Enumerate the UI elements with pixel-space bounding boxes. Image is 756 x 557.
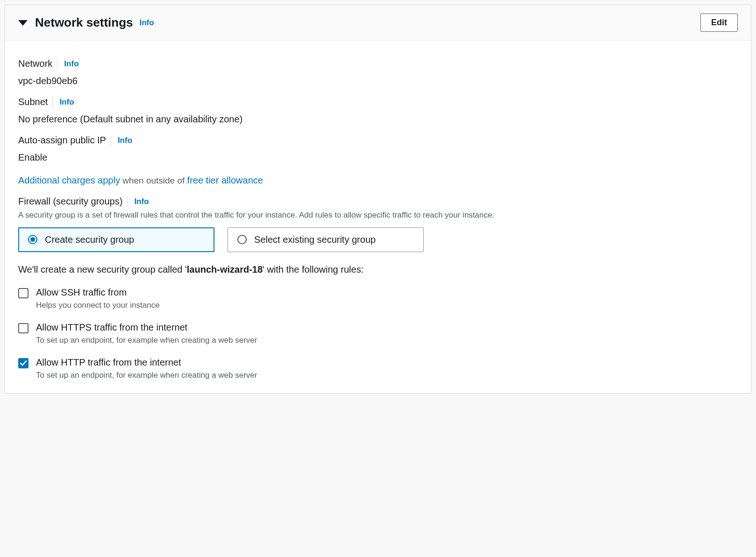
firewall-info-link[interactable]: Info (134, 197, 149, 206)
network-label: Network (18, 58, 52, 69)
free-tier-link[interactable]: free tier allowance (187, 175, 263, 185)
panel-title: Network settings (35, 15, 133, 30)
firewall-label: Firewall (security groups) (18, 196, 122, 207)
network-info-link[interactable]: Info (64, 59, 78, 69)
separator (127, 197, 128, 207)
panel-header: Network settings Info Edit (5, 5, 751, 41)
select-existing-sg-tile[interactable]: Select existing security group (228, 227, 424, 252)
publicip-label: Auto-assign public IP (18, 135, 106, 146)
collapse-caret-icon[interactable] (18, 20, 28, 26)
rule-http-label: Allow HTTP traffic from the internet (36, 357, 257, 368)
network-value: vpc-deb90eb6 (18, 76, 738, 86)
check-icon (20, 360, 27, 367)
sg-create-post: ' with the following rules: (263, 264, 364, 275)
separator (57, 59, 57, 69)
firewall-description: A security group is a set of firewall ru… (18, 210, 738, 221)
rule-https-help: To set up an endpoint, for example when … (36, 336, 257, 345)
network-settings-panel: Network settings Info Edit Network Info … (5, 5, 751, 394)
sg-create-name: launch-wizard-18 (187, 264, 263, 275)
subnet-label-row: Subnet Info (18, 97, 738, 107)
radio-create-sg[interactable] (28, 235, 37, 244)
separator (111, 135, 111, 146)
radio-select-sg[interactable] (237, 235, 247, 244)
firewall-label-row: Firewall (security groups) Info (18, 196, 738, 207)
additional-charges-link[interactable]: Additional charges apply (18, 175, 120, 185)
rule-https-row: Allow HTTPS traffic from the internet To… (18, 322, 738, 345)
checkbox-http[interactable] (18, 358, 29, 368)
panel-body: Network Info vpc-deb90eb6 Subnet Info No… (5, 41, 751, 393)
rule-ssh-label: Allow SSH traffic from (36, 287, 160, 298)
subnet-value: No preference (Default subnet in any ava… (18, 114, 738, 125)
create-sg-label: Create security group (45, 234, 134, 245)
charges-notice: Additional charges apply when outside of… (18, 175, 738, 186)
select-sg-label: Select existing security group (254, 234, 376, 245)
create-security-group-tile[interactable]: Create security group (18, 227, 214, 252)
rule-http-row: Allow HTTP traffic from the internet To … (18, 357, 738, 380)
rule-ssh-row: Allow SSH traffic from Helps you connect… (18, 287, 738, 310)
rule-https-label: Allow HTTPS traffic from the internet (36, 322, 257, 333)
rule-http-help: To set up an endpoint, for example when … (36, 371, 257, 380)
sg-create-text: We'll create a new security group called… (18, 264, 738, 275)
checkbox-https[interactable] (18, 323, 29, 333)
publicip-value: Enable (18, 152, 738, 163)
rule-ssh-help: Helps you connect to your instance (36, 301, 160, 310)
sg-create-pre: We'll create a new security group called… (18, 264, 187, 275)
subnet-info-link[interactable]: Info (59, 98, 74, 107)
publicip-info-link[interactable]: Info (118, 136, 132, 145)
header-info-link[interactable]: Info (140, 18, 154, 28)
checkbox-ssh[interactable] (18, 288, 29, 298)
subnet-label: Subnet (18, 97, 48, 107)
edit-button[interactable]: Edit (700, 14, 738, 32)
publicip-label-row: Auto-assign public IP Info (18, 135, 738, 146)
charges-mid-text: when outside of (120, 176, 187, 185)
security-group-options: Create security group Select existing se… (18, 227, 738, 252)
network-label-row: Network Info (18, 58, 738, 69)
separator (52, 97, 53, 107)
